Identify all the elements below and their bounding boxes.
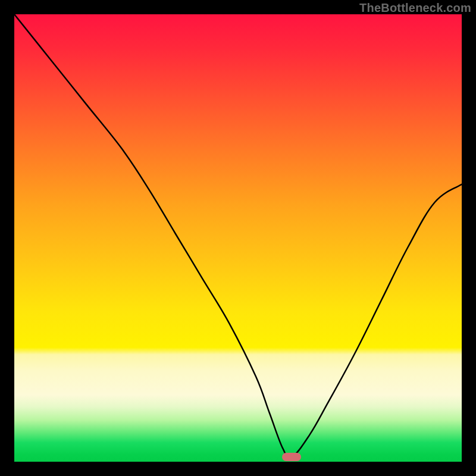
chart-frame: TheBottleneck.com <box>0 0 476 476</box>
watermark-label: TheBottleneck.com <box>359 1 471 15</box>
plot-area <box>14 14 462 462</box>
background-gradient <box>14 14 462 462</box>
optimal-marker-icon <box>282 453 301 461</box>
